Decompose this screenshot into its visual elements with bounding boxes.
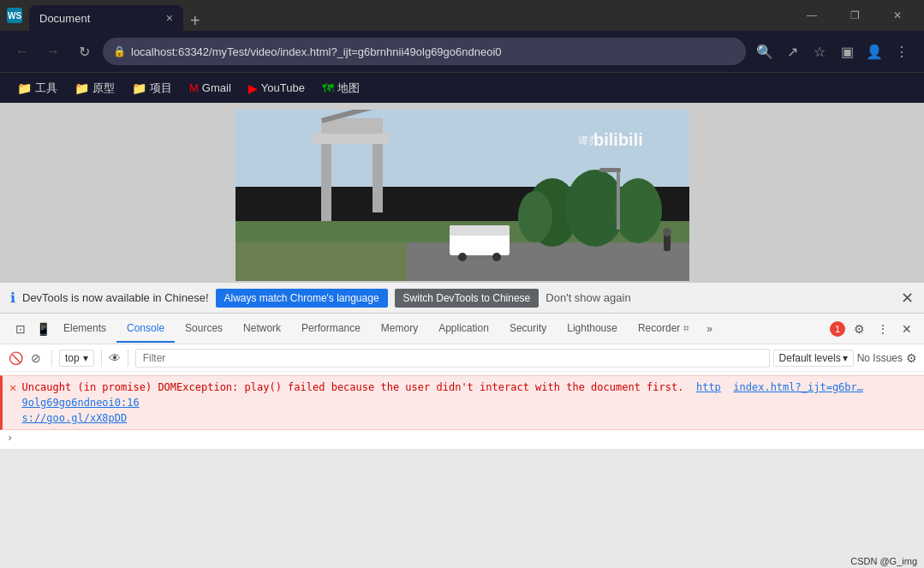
bottom-bar: CSDN @G_img xyxy=(844,554,924,568)
clear-console-icon[interactable]: 🚫 xyxy=(7,350,24,367)
console-toolbar: 🚫 ⊘ top ▾ 👁 Default levels ▾ No Issues ⚙ xyxy=(0,344,924,372)
inspect-element-icon[interactable]: ⊡ xyxy=(10,319,31,339)
forward-button[interactable]: → xyxy=(41,39,65,63)
error-text: Uncaught (in promise) DOMException: play… xyxy=(21,380,917,426)
filter-icon[interactable]: ⊘ xyxy=(27,350,45,367)
url-text: localhost:63342/myTest/video/index.html?… xyxy=(131,45,502,58)
error-code: Uncaught (in promise) DOMException: play… xyxy=(21,381,683,393)
tab-memory[interactable]: Memory xyxy=(371,315,428,343)
tab-close-button[interactable]: × xyxy=(166,11,173,25)
tab-bar: Document × + xyxy=(29,0,785,31)
bookmarks-bar: 📁 工具 📁 原型 📁 项目 M Gmail ▶ YouTube 🗺 地图 xyxy=(0,72,924,103)
gmail-icon: M xyxy=(189,81,199,94)
folder-icon: 📁 xyxy=(132,81,146,95)
tab-recorder[interactable]: Recorder ⌗ xyxy=(628,315,700,343)
devtools-tab-bar: ⊡ 📱 Elements Console Sources Network Per… xyxy=(0,314,924,344)
context-selector[interactable]: top ▾ xyxy=(59,350,94,367)
bookmark-gmail-label: Gmail xyxy=(202,81,231,94)
sidebar-toggle-icon[interactable]: ▣ xyxy=(835,39,859,63)
tab-title: Document xyxy=(39,12,90,25)
folder-icon: 📁 xyxy=(17,81,32,95)
svg-point-15 xyxy=(614,178,662,243)
bookmark-prototype[interactable]: 📁 原型 xyxy=(68,77,122,99)
video-player: 谭乔 bilibili xyxy=(235,110,689,281)
profile-icon[interactable]: 👤 xyxy=(862,39,886,63)
dont-show-button[interactable]: Don't show again xyxy=(545,291,630,304)
console-error-row: ✕ Uncaught (in promise) DOMException: pl… xyxy=(0,375,924,430)
devtools-settings-icon[interactable]: ⚙ xyxy=(849,319,869,339)
window-controls: — ❐ ✕ xyxy=(792,2,917,29)
tab-console[interactable]: Console xyxy=(116,315,175,343)
minimize-button[interactable]: — xyxy=(792,2,832,29)
default-levels-dropdown[interactable]: Default levels ▾ xyxy=(773,350,854,367)
tab-elements[interactable]: Elements xyxy=(53,315,116,343)
default-levels-arrow-icon: ▾ xyxy=(843,352,848,364)
default-levels-label: Default levels xyxy=(779,352,841,364)
tab-performance[interactable]: Performance xyxy=(291,315,371,343)
error-link-goo[interactable]: s://goo.gl/xX8pDD xyxy=(21,412,127,424)
title-bar: WS Document × + — ❐ ✕ xyxy=(0,0,924,31)
chrome-menu-icon[interactable]: ⋮ xyxy=(890,39,914,63)
device-toggle-icon[interactable]: 📱 xyxy=(33,319,53,339)
svg-rect-18 xyxy=(599,168,621,172)
tab-security[interactable]: Security xyxy=(499,315,557,343)
video-frame: 谭乔 bilibili xyxy=(235,110,689,281)
toolbar-separator xyxy=(51,350,52,367)
address-bar: ← → ↻ 🔒 localhost:63342/myTest/video/ind… xyxy=(0,31,924,72)
bookmark-maps[interactable]: 🗺 地图 xyxy=(315,77,367,99)
tab-network[interactable]: Network xyxy=(233,315,291,343)
tab-sources[interactable]: Sources xyxy=(175,315,233,343)
maps-icon: 🗺 xyxy=(322,81,334,95)
eye-icon[interactable]: 👁 xyxy=(109,351,121,365)
ws-logo: WS xyxy=(7,8,22,23)
info-icon: ℹ xyxy=(10,290,15,306)
bookmark-projects[interactable]: 📁 项目 xyxy=(125,77,179,99)
search-icon[interactable]: 🔍 xyxy=(753,39,777,63)
tab-application[interactable]: Application xyxy=(428,315,499,343)
bookmark-star-icon[interactable]: ☆ xyxy=(808,39,832,63)
close-button[interactable]: ✕ xyxy=(878,2,917,29)
tab-lighthouse[interactable]: Lighthouse xyxy=(557,315,628,343)
error-icon: ✕ xyxy=(9,380,16,394)
maximize-button[interactable]: ❐ xyxy=(835,2,874,29)
folder-icon: 📁 xyxy=(75,81,89,95)
banner-close-button[interactable]: ✕ xyxy=(901,289,914,308)
bookmark-projects-label: 项目 xyxy=(150,81,172,96)
devtools-right-actions: 1 ⚙ ⋮ ✕ xyxy=(830,319,917,339)
refresh-button[interactable]: ↻ xyxy=(72,39,96,63)
svg-rect-10 xyxy=(450,225,510,236)
share-icon[interactable]: ↗ xyxy=(780,39,804,63)
bookmark-youtube-label: YouTube xyxy=(261,81,305,94)
bookmark-tools[interactable]: 📁 工具 xyxy=(10,77,64,99)
bookmark-youtube[interactable]: ▶ YouTube xyxy=(241,78,312,99)
address-actions: 🔍 ↗ ☆ ▣ 👤 ⋮ xyxy=(753,39,914,63)
bookmark-gmail[interactable]: M Gmail xyxy=(182,78,238,98)
devtools-close-icon[interactable]: ✕ xyxy=(897,319,917,339)
active-tab[interactable]: Document × xyxy=(29,5,183,31)
match-language-button[interactable]: Always match Chrome's language xyxy=(216,289,388,308)
error-link-http[interactable]: http xyxy=(696,381,721,393)
context-arrow-icon: ▾ xyxy=(83,352,88,364)
back-button[interactable]: ← xyxy=(10,39,34,63)
bottom-bar-text: CSDN @G_img xyxy=(850,556,917,566)
new-tab-button[interactable]: + xyxy=(183,11,207,31)
switch-chinese-button[interactable]: Switch DevTools to Chinese xyxy=(395,289,539,308)
url-bar[interactable]: 🔒 localhost:63342/myTest/video/index.htm… xyxy=(103,38,746,65)
filter-input[interactable] xyxy=(135,349,770,368)
bookmark-prototype-label: 原型 xyxy=(92,81,115,96)
devtools-icons: ⊡ 📱 xyxy=(10,319,53,339)
svg-text:bilibili: bilibili xyxy=(593,130,643,149)
toolbar-separator-3 xyxy=(128,350,128,367)
main-content: 谭乔 bilibili ℹ DevTools is now available … xyxy=(0,103,924,568)
more-tabs-button[interactable]: » xyxy=(700,319,720,339)
youtube-icon: ▶ xyxy=(248,81,258,95)
expand-error-button[interactable]: › xyxy=(0,430,924,445)
svg-point-12 xyxy=(492,253,501,261)
bookmark-maps-label: 地图 xyxy=(337,81,360,96)
devtools-more-icon[interactable]: ⋮ xyxy=(873,319,893,339)
bookmark-tools-label: 工具 xyxy=(35,81,57,96)
svg-rect-8 xyxy=(407,242,689,281)
error-count-badge: 1 xyxy=(830,321,845,337)
svg-point-16 xyxy=(518,191,552,242)
issues-settings-icon[interactable]: ⚙ xyxy=(906,351,917,365)
